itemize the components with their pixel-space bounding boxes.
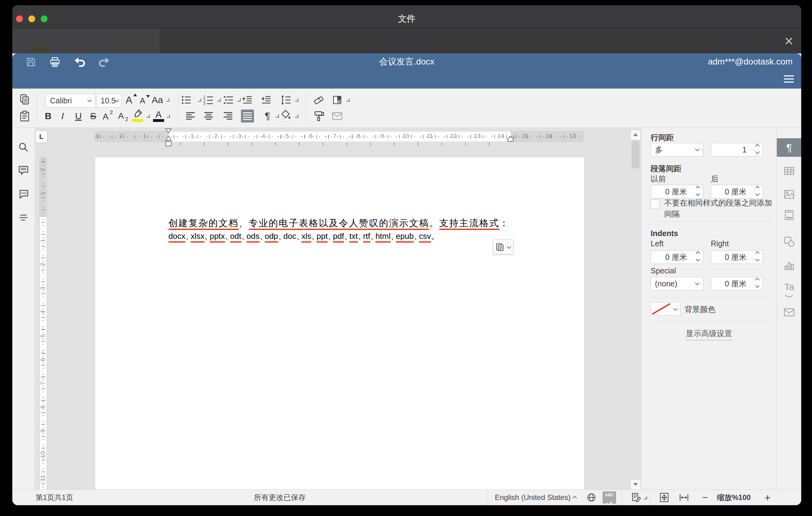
document-paragraph-line1[interactable]: 创建复杂的文档、专业的电子表格以及令人赞叹的演示文稿。支持主流格式： [169,216,509,230]
chevron-down-icon[interactable] [644,496,647,499]
font-name-select[interactable]: Calibri [46,94,96,107]
align-left-icon[interactable] [184,110,197,122]
increase-font-icon[interactable]: A [125,95,132,105]
document-language-globe-icon[interactable] [586,492,597,503]
close-icon[interactable] [784,36,794,46]
chat-icon[interactable] [17,188,30,200]
same-style-checkbox[interactable] [651,199,660,209]
spacing-before-spinner[interactable]: 0 厘米 [651,185,703,198]
image-settings-icon[interactable] [783,188,796,201]
line-spacing-select[interactable]: 多 [651,143,703,156]
chevron-down-icon[interactable] [167,114,170,118]
hruler-right-margin[interactable] [511,131,584,142]
line-spacing-icon[interactable] [280,94,292,106]
language-selector[interactable]: English (United States) [495,493,571,502]
spinner-up-icon[interactable] [755,144,759,148]
zoom-traffic-light[interactable] [41,16,48,22]
chart-settings-icon[interactable] [783,259,796,272]
redo-icon[interactable] [98,56,111,68]
bullet-list-icon[interactable] [180,94,193,106]
zoom-in-button[interactable]: + [764,492,771,504]
spell-check-toggle-active[interactable]: ABC [603,491,616,504]
table-settings-icon[interactable] [783,165,796,177]
strikethrough-button[interactable]: S [90,111,96,121]
document-paragraph-line2[interactable]: docx、xlsx、pptx、odt、ods、odp、doc、xls、ppt、p… [169,229,436,243]
spinner-up-icon[interactable] [696,251,700,256]
shape-settings-icon[interactable] [783,235,796,248]
spacing-after-spinner[interactable]: 0 厘米 [711,185,763,198]
superscript-button[interactable]: A [103,112,109,121]
track-changes-icon[interactable] [631,492,642,503]
vruler-text-zone[interactable] [39,217,47,490]
line-spacing-value-spinner[interactable]: 1 [711,143,763,156]
vertical-scrollbar-thumb[interactable] [632,141,640,169]
decrease-indent-icon[interactable] [241,94,254,106]
page-indicator[interactable]: 第1页共1页 [35,492,74,503]
paragraph-settings-tab-active[interactable]: ¶ [777,138,801,157]
textart-settings-icon[interactable]: Ta [784,282,794,292]
multilevel-list-icon[interactable] [223,94,235,106]
print-icon[interactable] [49,56,61,68]
chevron-down-icon[interactable] [147,114,150,118]
background-color-swatch[interactable] [651,302,672,316]
header-footer-settings-icon[interactable] [783,209,796,222]
zoom-out-button[interactable]: − [702,492,708,503]
fit-page-icon[interactable] [659,492,670,503]
special-select[interactable]: (none) [651,277,703,290]
spinner-down-icon[interactable] [755,192,759,196]
paste-options-button[interactable] [493,239,513,254]
vruler-top-margin[interactable] [39,157,47,217]
close-traffic-light[interactable] [16,16,23,22]
change-case-icon[interactable]: Aa [152,95,163,105]
spinner-down-icon[interactable] [755,150,759,154]
chevron-down-icon[interactable] [237,98,241,102]
spinner-down-icon[interactable] [696,192,700,196]
paste-icon[interactable] [19,110,31,122]
mail-merge-settings-icon[interactable] [783,306,796,319]
scroll-up-button[interactable] [630,130,641,140]
document-page[interactable] [95,157,585,490]
chevron-down-icon[interactable] [218,98,221,102]
scroll-down-button[interactable] [630,479,641,490]
language-caret-icon[interactable] [573,496,577,500]
special-amount-spinner[interactable]: 0 厘米 [711,277,763,290]
underline-button[interactable]: U [75,111,82,121]
italic-button[interactable]: I [61,111,64,121]
align-justify-button-active[interactable] [241,110,254,122]
search-icon[interactable] [17,141,30,154]
align-center-icon[interactable] [202,110,215,122]
font-color-button[interactable]: A [155,110,162,119]
increase-indent-icon[interactable] [260,94,272,106]
borders-shading-icon[interactable] [331,94,343,106]
copy-icon[interactable] [19,93,31,106]
spinner-up-icon[interactable] [755,251,759,256]
align-right-icon[interactable] [222,110,234,122]
indent-left-spinner[interactable]: 0 厘米 [651,250,703,264]
indent-markers[interactable] [165,128,172,147]
save-icon[interactable] [25,56,37,68]
menu-hamburger-icon[interactable] [783,75,794,83]
shading-bucket-icon[interactable] [280,109,292,122]
paragraph-marks-button[interactable]: ¶ [265,111,270,121]
chevron-down-icon[interactable] [166,98,169,102]
hruler-left-margin[interactable] [95,131,169,142]
chevron-down-icon[interactable] [276,114,279,118]
chevron-down-icon[interactable] [295,98,298,102]
mail-merge-icon[interactable] [331,110,343,122]
minimize-traffic-light[interactable] [28,16,35,22]
background-color-dropdown[interactable] [671,302,680,316]
show-advanced-settings-link[interactable]: 显示高级设置 [686,328,732,340]
chevron-down-icon[interactable] [346,98,350,102]
font-size-select[interactable]: 10.5 [96,94,121,107]
highlight-color-icon[interactable] [132,109,143,119]
spinner-down-icon[interactable] [696,257,700,261]
copy-style-roller-icon[interactable] [313,110,325,122]
spinner-up-icon[interactable] [755,278,759,282]
spinner-up-icon[interactable] [696,186,700,190]
spinner-down-icon[interactable] [755,284,759,288]
comments-icon[interactable] [17,164,30,176]
chevron-down-icon[interactable] [295,114,298,118]
bold-button[interactable]: B [45,111,52,121]
indent-right-spinner[interactable]: 0 厘米 [711,250,763,264]
chevron-down-icon[interactable] [198,98,201,102]
